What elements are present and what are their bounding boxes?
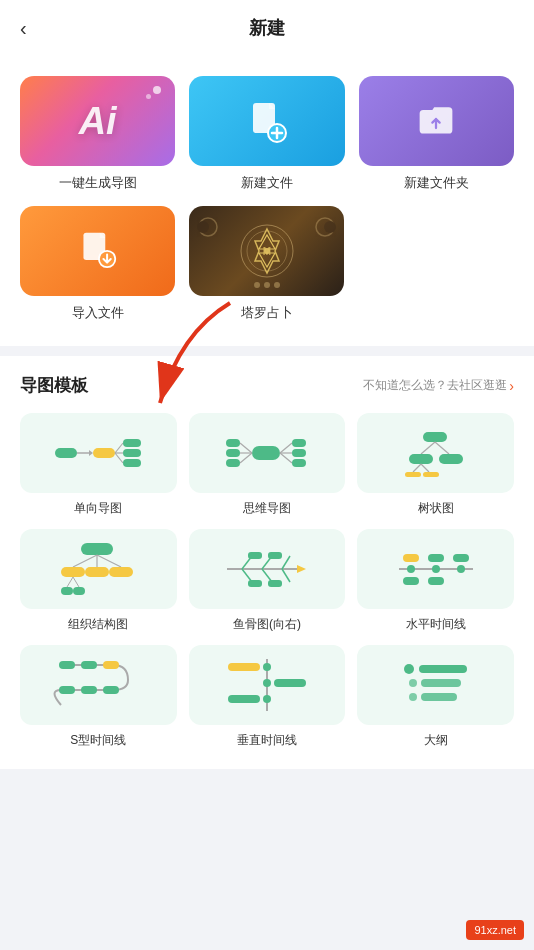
svg-rect-81 — [59, 661, 75, 669]
action-item-import[interactable]: 导入文件 — [20, 206, 175, 322]
back-button[interactable]: ‹ — [20, 17, 27, 40]
action-item-new-folder[interactable]: 新建文件夹 — [359, 76, 514, 192]
svg-line-57 — [73, 577, 79, 587]
templates-section: 导图模板 不知道怎么选？去社区逛逛 › — [0, 356, 534, 769]
svg-rect-49 — [81, 543, 113, 555]
template-card-v-timeline[interactable] — [189, 645, 346, 725]
action-label-newfile: 新建文件 — [241, 174, 293, 192]
tree-preview — [391, 428, 481, 478]
svg-rect-71 — [268, 580, 282, 587]
svg-line-42 — [435, 442, 449, 454]
quick-actions-section: Ai 一键生成导图 新建文件 — [0, 56, 534, 346]
templates-header: 导图模板 不知道怎么选？去社区逛逛 › — [20, 374, 514, 397]
template-card-h-timeline[interactable] — [357, 529, 514, 609]
svg-rect-59 — [73, 587, 85, 595]
template-card-mind-map[interactable] — [189, 413, 346, 493]
svg-point-7 — [197, 221, 209, 233]
action-item-new-file[interactable]: 新建文件 — [189, 76, 344, 192]
template-item-org-chart[interactable]: 组织结构图 — [20, 529, 177, 633]
template-item-single-direction[interactable]: 单向导图 — [20, 413, 177, 517]
template-item-mind-map[interactable]: 思维导图 — [189, 413, 346, 517]
new-folder-icon — [416, 99, 456, 143]
svg-point-74 — [432, 565, 440, 573]
svg-rect-99 — [421, 693, 457, 701]
templates-title: 导图模板 — [20, 374, 88, 397]
svg-rect-83 — [103, 661, 119, 669]
svg-rect-44 — [439, 454, 463, 464]
template-item-tree[interactable]: 树状图 — [357, 413, 514, 517]
new-file-icon — [245, 99, 289, 143]
template-card-s-timeline[interactable] — [20, 645, 177, 725]
template-item-outline[interactable]: 大纲 — [357, 645, 514, 749]
svg-rect-93 — [228, 695, 260, 703]
template-label-fishbone: 鱼骨图(向右) — [233, 616, 301, 633]
svg-rect-53 — [61, 567, 85, 577]
action-card-import[interactable] — [20, 206, 175, 296]
templates-grid: 单向导图 — [20, 413, 514, 749]
template-label-single-direction: 单向导图 — [74, 500, 122, 517]
ai-label: Ai — [79, 100, 117, 143]
svg-point-96 — [409, 679, 417, 687]
svg-line-21 — [115, 443, 123, 453]
svg-marker-19 — [89, 450, 93, 456]
templates-community-link[interactable]: 不知道怎么选？去社区逛逛 › — [363, 377, 514, 394]
svg-rect-25 — [123, 449, 141, 457]
svg-point-90 — [263, 695, 271, 703]
action-card-newfolder[interactable] — [359, 76, 514, 166]
svg-rect-69 — [268, 552, 282, 559]
svg-line-46 — [421, 464, 429, 472]
template-label-org-chart: 组织结构图 — [68, 616, 128, 633]
svg-line-41 — [421, 442, 435, 454]
import-icon — [78, 229, 118, 273]
svg-rect-86 — [103, 686, 119, 694]
svg-rect-91 — [228, 663, 260, 671]
template-card-org-chart[interactable] — [20, 529, 177, 609]
template-label-v-timeline: 垂直时间线 — [237, 732, 297, 749]
template-item-h-timeline[interactable]: 水平时间线 — [357, 529, 514, 633]
action-card-newfile[interactable] — [189, 76, 344, 166]
svg-point-89 — [263, 679, 271, 687]
svg-point-98 — [409, 693, 417, 701]
template-item-fishbone[interactable]: 鱼骨图(向右) — [189, 529, 346, 633]
svg-point-88 — [263, 663, 271, 671]
org-chart-preview — [53, 539, 143, 599]
svg-point-9 — [324, 221, 336, 233]
svg-rect-47 — [405, 472, 421, 477]
template-label-h-timeline: 水平时间线 — [406, 616, 466, 633]
action-label-tarot: 塔罗占卜 — [241, 304, 293, 322]
template-label-tree: 树状图 — [418, 500, 454, 517]
template-card-tree[interactable] — [357, 413, 514, 493]
svg-line-56 — [67, 577, 73, 587]
svg-rect-37 — [292, 439, 306, 447]
svg-line-34 — [280, 443, 292, 453]
page-title: 新建 — [249, 16, 285, 40]
svg-rect-17 — [55, 448, 77, 458]
svg-rect-20 — [93, 448, 115, 458]
sparkle2-icon — [146, 94, 151, 99]
svg-rect-92 — [274, 679, 306, 687]
svg-rect-33 — [226, 459, 240, 467]
template-label-s-timeline: S型时间线 — [70, 732, 126, 749]
svg-line-52 — [97, 555, 121, 567]
svg-rect-82 — [81, 661, 97, 669]
template-card-fishbone[interactable] — [189, 529, 346, 609]
svg-rect-70 — [248, 580, 262, 587]
svg-rect-38 — [292, 449, 306, 457]
template-item-v-timeline[interactable]: 垂直时间线 — [189, 645, 346, 749]
svg-line-28 — [240, 443, 252, 453]
svg-rect-84 — [59, 686, 75, 694]
action-item-ai-generate[interactable]: Ai 一键生成导图 — [20, 76, 175, 192]
chevron-right-icon: › — [509, 378, 514, 394]
svg-rect-68 — [248, 552, 262, 559]
action-label-import: 导入文件 — [72, 304, 124, 322]
quick-actions-row2: 导入文件 — [20, 206, 344, 322]
template-card-single-direction[interactable] — [20, 413, 177, 493]
action-label-ai: 一键生成导图 — [59, 174, 137, 192]
svg-line-23 — [115, 453, 123, 463]
watermark: 91xz.net — [466, 920, 524, 940]
action-card-ai[interactable]: Ai — [20, 76, 175, 166]
action-item-tarot[interactable]: M 塔罗占卜 — [189, 206, 344, 322]
action-card-tarot[interactable]: M — [189, 206, 344, 296]
template-item-s-timeline[interactable]: S型时间线 — [20, 645, 177, 749]
template-card-outline[interactable] — [357, 645, 514, 725]
